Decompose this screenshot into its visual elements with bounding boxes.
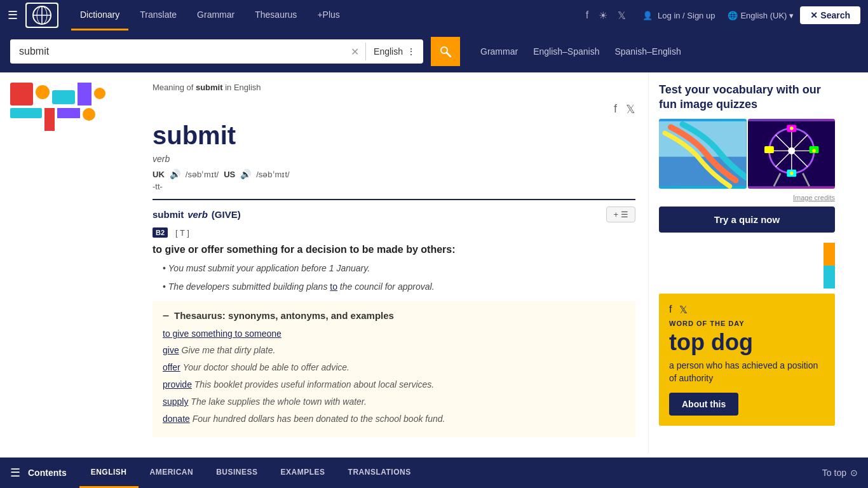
hamburger-icon[interactable]: ☰	[8, 8, 18, 22]
add-to-list-button[interactable]: + ☰	[606, 207, 635, 222]
orange-strip	[824, 243, 835, 266]
th-give-link[interactable]: give	[163, 345, 179, 355]
thesaurus-group-label[interactable]: to give something to someone	[163, 329, 625, 339]
svg-point-24	[767, 149, 771, 152]
sub-navigation: Grammar English–Spanish Spanish–English	[480, 46, 681, 57]
plus-icon: +	[613, 210, 618, 219]
top-navigation: ☰ Dictionary Translate Grammar Thesaurus…	[0, 0, 868, 30]
us-speaker-icon[interactable]: 🔊	[240, 169, 251, 179]
teal-block	[52, 90, 75, 104]
breadcrumb-suffix: in English	[223, 83, 261, 92]
to-link[interactable]: to	[330, 281, 337, 292]
color-strips	[824, 243, 835, 288]
wotd-twitter-icon[interactable]: 𝕏	[679, 304, 688, 316]
nav-translate[interactable]: Translate	[131, 0, 186, 30]
nav-thesaurus[interactable]: Thesaurus	[246, 0, 306, 30]
th-supply-link[interactable]: supply	[163, 396, 188, 407]
cambridge-logo	[25, 3, 58, 28]
definition: to give or offer something for a decisio…	[153, 244, 635, 255]
thesaurus-title: Thesaurus: synonyms, antonyms, and examp…	[174, 310, 394, 321]
list-icon: ☰	[621, 210, 628, 219]
waterslide-svg	[659, 119, 747, 189]
main-nav: Dictionary Translate Grammar Thesaurus +…	[71, 0, 576, 30]
auth-label[interactable]: Log in / Sign up	[658, 11, 715, 20]
svg-line-6	[447, 53, 451, 57]
subnav-grammar[interactable]: Grammar	[480, 46, 518, 57]
th-provide-example: This booklet provides useful information…	[194, 379, 434, 390]
search-go-button[interactable]	[431, 37, 460, 66]
thesaurus-header[interactable]: – Thesaurus: synonyms, antonyms, and exa…	[163, 309, 625, 322]
us-label: US	[224, 170, 235, 179]
subnav-spanish-english[interactable]: Spanish–English	[614, 46, 681, 57]
sense-link[interactable]: submit verb (GIVE)	[153, 209, 241, 220]
wotd-social: f 𝕏	[669, 304, 825, 316]
about-button[interactable]: About this	[669, 393, 738, 416]
level-badge: B2	[153, 227, 168, 238]
purple-strip	[57, 108, 80, 118]
sense-give: (GIVE)	[212, 209, 241, 220]
share-row: f 𝕏	[153, 102, 635, 116]
sense-bar: submit verb (GIVE) + ☰	[153, 207, 635, 222]
thesaurus-entry-donate: donate Four hundred dollars has been don…	[163, 412, 625, 426]
twitter-share-icon[interactable]: 𝕏	[626, 102, 635, 116]
left-decoration	[0, 72, 140, 454]
chevron-down-icon: ▾	[789, 11, 794, 20]
th-donate-example: Four hundred dollars has been donated to…	[193, 414, 445, 424]
orange-circle-2	[94, 88, 105, 99]
th-provide-link[interactable]: provide	[163, 379, 192, 390]
teal-strip	[824, 266, 835, 288]
clear-icon[interactable]: ✕	[344, 46, 365, 58]
auth-area[interactable]: 👤 Log in / Sign up	[642, 11, 715, 20]
section-divider	[153, 199, 635, 200]
search-row: ✕ English ⋮ Grammar English–Spanish Span…	[0, 30, 868, 72]
thesaurus-entry-provide: provide This booklet provides useful inf…	[163, 378, 625, 391]
teal-strip	[10, 108, 42, 118]
facebook-share-icon[interactable]: f	[614, 102, 617, 116]
lang-label: English (UK)	[740, 11, 787, 20]
inflection: -tt-	[153, 182, 635, 191]
try-quiz-button[interactable]: Try a quiz now	[659, 207, 835, 233]
th-offer-link[interactable]: offer	[163, 362, 180, 372]
breadcrumb-word: submit	[196, 83, 223, 92]
nav-grammar[interactable]: Grammar	[188, 0, 243, 30]
wotd-word: top dog	[669, 330, 825, 355]
uk-pronunciation: /səbˈmɪt/	[186, 170, 219, 179]
orange-circle	[36, 85, 50, 99]
color-strip-area	[659, 243, 835, 288]
th-offer-example: Your doctor should be able to offer advi…	[183, 362, 349, 372]
facebook-icon[interactable]: f	[586, 10, 588, 22]
search-button[interactable]: ✕ Search	[800, 6, 860, 24]
wotd-facebook-icon[interactable]: f	[669, 304, 672, 316]
quiz-card: Test your vocabulary with our fun image …	[659, 83, 835, 233]
subnav-english-spanish[interactable]: English–Spanish	[533, 46, 599, 57]
collapse-icon: –	[163, 309, 169, 322]
social-links: f ☀ 𝕏	[586, 10, 626, 22]
nav-plus[interactable]: +Plus	[308, 0, 348, 30]
search-input[interactable]	[10, 39, 344, 64]
th-donate-link[interactable]: donate	[163, 414, 190, 424]
us-pronunciation: /səbˈmɪt/	[256, 170, 289, 179]
logo-area[interactable]	[25, 3, 58, 28]
search-input-wrap: ✕ English ⋮	[10, 39, 423, 64]
instagram-icon[interactable]: ☀	[599, 10, 607, 22]
uk-speaker-icon[interactable]: 🔊	[170, 169, 180, 179]
red-block	[10, 83, 33, 105]
lang-selector[interactable]: 🌐 English (UK) ▾	[728, 11, 794, 20]
language-button[interactable]: English ⋮	[366, 46, 423, 57]
wotd-definition: a person who has achieved a position of …	[669, 360, 825, 384]
sense-word: submit	[153, 209, 184, 220]
thesaurus-entry-give: give Give me that dirty plate.	[163, 344, 625, 357]
trans-tag: [ T ]	[175, 228, 189, 238]
ferriswheel-svg	[748, 119, 836, 189]
lang-selected: English	[374, 46, 403, 57]
image-credits[interactable]: Image credits	[659, 194, 835, 201]
nav-dictionary[interactable]: Dictionary	[71, 0, 128, 30]
orange-circle-3	[83, 108, 95, 121]
svg-point-22	[789, 126, 793, 130]
breadcrumb-prefix: Meaning of	[153, 83, 196, 92]
uk-label: UK	[153, 170, 165, 179]
twitter-icon[interactable]: 𝕏	[618, 10, 626, 22]
wotd-card: f 𝕏 WORD OF THE DAY top dog a person who…	[659, 294, 835, 426]
th-supply-example: The lake supplies the whole town with wa…	[191, 396, 367, 407]
example-item-2: The developers submitted building plans …	[163, 280, 635, 294]
